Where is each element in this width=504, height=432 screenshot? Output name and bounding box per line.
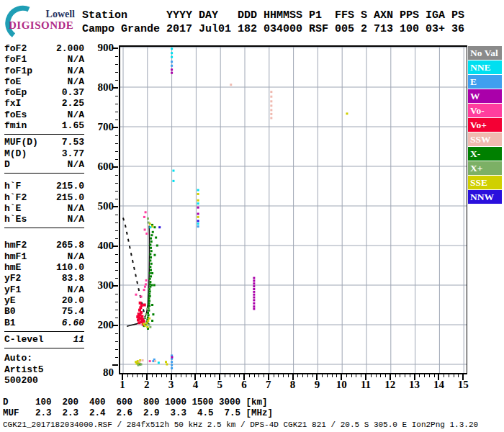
panel-group-0: foF22.000foF1N/AfoF1pN/AfoEN/AfoEp0.37fx… <box>4 43 84 131</box>
y-minor-tick <box>115 349 118 350</box>
param-row-foes: foEsN/A <box>4 109 84 120</box>
panel-separator <box>4 173 84 174</box>
panel-separator <box>4 228 84 228</box>
x-minor-tick <box>361 374 361 377</box>
param-row-hmf2: hmF2265.8 <box>4 240 84 251</box>
x-minor-tick <box>297 374 298 377</box>
x-minor-tick <box>181 374 181 377</box>
x-tick-label: 1 <box>112 379 133 391</box>
x-minor-tick <box>225 374 225 377</box>
x-minor-tick <box>444 374 444 377</box>
param-value: 215.0 <box>56 181 84 192</box>
x-minor-tick <box>395 374 396 377</box>
x-minor-tick <box>429 374 430 377</box>
x-tick-label: 14 <box>428 379 449 391</box>
param-value: 11 <box>73 334 84 345</box>
panel-group-5: Auto:Artist5500200 <box>4 353 84 387</box>
panel-text-artist5: Artist5 <box>4 364 84 376</box>
param-row-b1: B16.60 <box>4 318 84 328</box>
x-minor-tick <box>176 374 176 377</box>
echo-series-vo+ <box>136 302 145 326</box>
y-major-tick <box>112 364 118 366</box>
x-minor-tick <box>166 374 167 377</box>
x-minor-tick <box>288 374 289 377</box>
x-tick-label: 4 <box>184 379 206 391</box>
y-tick-label: 300 <box>85 279 114 292</box>
param-label: foEp <box>4 87 27 98</box>
x-minor-tick <box>210 374 211 377</box>
x-minor-tick <box>307 374 308 377</box>
y-tick-label: 700 <box>85 121 114 133</box>
x-minor-tick <box>322 374 323 377</box>
y-tick-label: 800 <box>85 81 114 94</box>
distance-row: D 100 200 400 600 800 1000 1500 3000 [km… <box>3 397 268 408</box>
y-tick-label: 600 <box>85 161 114 173</box>
legend-item-x+: X+ <box>468 161 502 175</box>
x-minor-tick <box>137 374 138 377</box>
param-label: fxI <box>4 98 21 109</box>
x-minor-tick <box>371 374 372 377</box>
param-value: N/A <box>68 66 84 76</box>
x-tick-label: 10 <box>330 379 352 391</box>
x-tick-label: 8 <box>282 379 304 391</box>
legend-item-nnw: NNW <box>468 190 502 204</box>
x-minor-tick <box>186 374 186 377</box>
y-minor-tick <box>115 64 118 65</box>
x-tick-label: 7 <box>258 379 279 391</box>
x-minor-tick <box>454 374 454 377</box>
y-minor-tick <box>115 254 118 255</box>
param-row-hf2: h`F2215.0 <box>4 192 84 203</box>
y-minor-tick <box>115 318 118 318</box>
param-label: foF2 <box>4 43 27 54</box>
header-field-values: Campo Grande 2017 Jul01 182 034000 RSF 0… <box>82 22 464 36</box>
param-row-fxi: fxI2.25 <box>4 98 84 109</box>
param-row-hes: h`EsN/A <box>4 214 84 225</box>
x-minor-tick <box>380 374 381 377</box>
parameter-panel: foF22.000foF1N/AfoF1pN/AfoEN/AfoEp0.37fx… <box>4 43 84 387</box>
param-row-hf: h`F215.0 <box>4 181 84 192</box>
y-minor-tick <box>115 120 118 120</box>
param-value: 3.77 <box>62 148 84 159</box>
param-row-fof2: foF22.000 <box>4 43 84 54</box>
x-tick-label: 6 <box>233 379 255 391</box>
param-value: N/A <box>68 284 84 295</box>
y-tick-label: 500 <box>85 200 114 212</box>
y-tick-label: 400 <box>85 240 114 252</box>
y-tick-label: 80 <box>85 366 114 379</box>
legend-item-w: W <box>468 89 502 103</box>
param-row-fof1p: foF1pN/A <box>4 66 84 76</box>
x-minor-tick <box>405 374 405 377</box>
y-minor-tick <box>115 230 118 231</box>
param-label: D <box>4 159 10 170</box>
x-minor-tick <box>332 374 333 377</box>
param-label: foEs <box>4 109 27 120</box>
param-value: 265.8 <box>56 240 84 251</box>
param-row-foe: foEN/A <box>4 76 84 87</box>
x-minor-tick <box>142 374 143 377</box>
param-label: yE <box>4 295 16 306</box>
param-value: 6.60 <box>62 318 84 328</box>
param-label: hmF1 <box>4 251 27 262</box>
y-minor-tick <box>115 262 118 263</box>
x-minor-tick <box>161 374 162 377</box>
panel-group-3: hmF2265.8hmF1N/AhmE110.0yF283.8yF1N/AyE2… <box>4 240 84 328</box>
param-value: 7.53 <box>62 137 84 148</box>
y-tick-label: 900 <box>85 42 114 54</box>
legend-item-ssw: SSW <box>468 132 502 146</box>
y-minor-tick <box>115 294 118 294</box>
param-label: MUF(D) <box>4 137 38 148</box>
x-tick-label: 9 <box>306 379 328 391</box>
y-minor-tick <box>115 222 118 223</box>
param-row-clevel: C-level11 <box>4 334 84 345</box>
x-minor-tick <box>424 374 425 377</box>
x-minor-tick <box>152 374 153 377</box>
param-value: N/A <box>68 251 84 262</box>
param-value: 75.4 <box>62 306 84 317</box>
x-minor-tick <box>230 374 230 377</box>
y-minor-tick <box>115 80 118 81</box>
x-tick-label: 13 <box>404 379 426 391</box>
logo-digisonde-text: DIGISONDE <box>9 19 73 32</box>
color-legend: No ValNNEEWVo-Vo+SSWX-X+SSENNW <box>468 46 503 204</box>
muf-row: MUF 2.3 2.3 2.4 2.6 2.9 3.3 4.5 7.5 [MHz… <box>3 408 273 418</box>
param-label: hmE <box>4 262 21 273</box>
